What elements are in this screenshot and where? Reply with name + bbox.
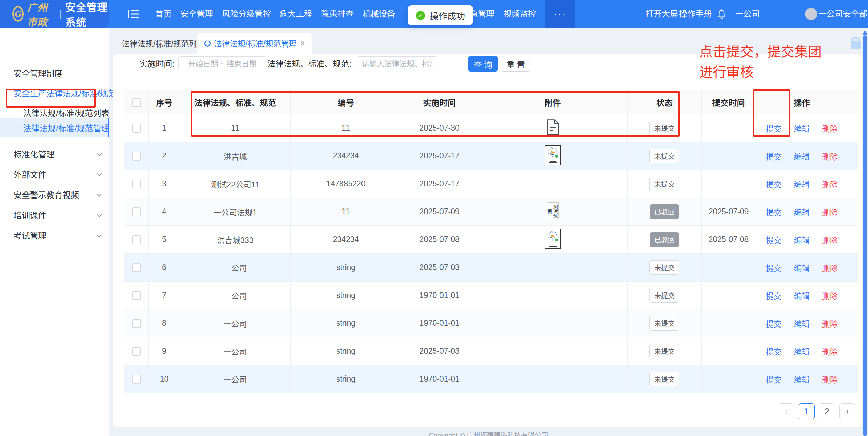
- cell-submit-time: [702, 365, 756, 393]
- pagination-next-button[interactable]: ›: [839, 403, 855, 419]
- edit-link[interactable]: 编辑: [794, 178, 810, 190]
- status-badge: 未提交: [649, 260, 679, 275]
- close-icon[interactable]: ×: [300, 39, 305, 47]
- submit-link[interactable]: 提交: [766, 262, 782, 273]
- delete-link[interactable]: 删除: [822, 346, 838, 357]
- scrollbar-up-arrow[interactable]: [862, 30, 868, 35]
- user-name[interactable]: 一公司安全部: [818, 0, 867, 28]
- logo-block: G 广州市政 | 安全管理系统: [0, 0, 109, 28]
- menu-fold-icon[interactable]: [128, 10, 139, 20]
- nav-more-button[interactable]: ···: [545, 0, 575, 28]
- delete-link[interactable]: 删除: [822, 122, 838, 134]
- table-row: 7 一公司 string 1970-01-01 未提交 提交 编辑 删除: [124, 282, 858, 309]
- submit-link[interactable]: 提交: [766, 178, 782, 190]
- edit-link[interactable]: 编辑: [794, 262, 810, 273]
- vertical-scrollbar[interactable]: [863, 35, 867, 436]
- cell-date: 1970-01-01: [401, 365, 478, 393]
- annotation-box-submit: [753, 89, 790, 137]
- nav-item-home[interactable]: 首页: [155, 0, 172, 28]
- delete-link[interactable]: 删除: [822, 262, 838, 273]
- row-checkbox[interactable]: [132, 207, 141, 216]
- sidebar-item-external-files[interactable]: 外部文件: [14, 168, 46, 180]
- submit-link[interactable]: 提交: [766, 150, 782, 162]
- submit-link[interactable]: 提交: [766, 346, 782, 357]
- edit-link[interactable]: 编辑: [794, 150, 810, 162]
- company-switcher[interactable]: 一公司: [735, 0, 760, 28]
- row-checkbox[interactable]: [132, 235, 141, 244]
- date-range-input[interactable]: [178, 56, 266, 71]
- user-avatar[interactable]: [805, 8, 817, 20]
- toast-message: 操作成功: [430, 9, 465, 22]
- chevron-down-icon: [97, 212, 102, 217]
- edit-link[interactable]: 编辑: [794, 122, 810, 134]
- submit-link[interactable]: 提交: [766, 234, 782, 246]
- nav-item-projects[interactable]: 危大工程: [279, 0, 312, 28]
- pagination-page-2[interactable]: 2: [819, 403, 835, 419]
- delete-link[interactable]: 删除: [822, 206, 838, 218]
- annotation-note-line1: 点击提交，提交集团: [699, 41, 822, 61]
- manual-link[interactable]: 操作手册: [679, 0, 712, 28]
- attachment-image-thumbnail[interactable]: [545, 158, 561, 167]
- submit-link[interactable]: 提交: [766, 290, 782, 301]
- lock-icon[interactable]: [851, 41, 861, 49]
- nav-item-video[interactable]: 视频监控: [503, 0, 536, 28]
- sidebar-item-laws-manage[interactable]: 法律法规/标准/规范管理: [23, 122, 109, 134]
- sidebar-item-exams[interactable]: 考试管理: [14, 229, 46, 241]
- submit-link[interactable]: 提交: [766, 206, 782, 218]
- nav-item-risk[interactable]: 风险分级管控: [222, 0, 271, 28]
- cell-submit-time: [702, 337, 756, 365]
- sidebar-item-warning-videos[interactable]: 安全警示教育视频: [14, 188, 79, 200]
- tab-label: 法律法规/标准/规范列表: [122, 37, 205, 49]
- table-row: 9 一公司 string 2025-07-03 未提交 提交 编辑 删除: [124, 337, 858, 365]
- search-button[interactable]: 查 询: [468, 56, 498, 72]
- col-index: 序号: [149, 90, 180, 114]
- bell-icon[interactable]: [717, 9, 726, 20]
- pagination-page-1[interactable]: 1: [799, 403, 815, 419]
- row-checkbox[interactable]: [132, 263, 141, 272]
- company-logo-icon: G: [12, 6, 24, 22]
- edit-link[interactable]: 编辑: [794, 318, 810, 329]
- edit-link[interactable]: 编辑: [794, 234, 810, 246]
- status-badge: 未提交: [649, 316, 679, 331]
- sidebar-item-laws-list[interactable]: 法律法规/标准/规范列表: [23, 106, 109, 118]
- submit-link[interactable]: 提交: [766, 318, 782, 329]
- nav-item-safety[interactable]: 安全管理: [180, 0, 213, 28]
- status-badge: 未提交: [649, 372, 679, 386]
- row-checkbox[interactable]: [132, 347, 141, 356]
- edit-link[interactable]: 编辑: [794, 346, 810, 357]
- submit-link[interactable]: 提交: [766, 373, 782, 385]
- edit-link[interactable]: 编辑: [794, 206, 810, 218]
- pagination-prev-button[interactable]: ‹: [778, 403, 794, 419]
- cell-date: 2025-07-17: [401, 170, 478, 198]
- cell-code: 234234: [291, 142, 401, 170]
- attachment-image-thumbnail[interactable]: [545, 241, 561, 250]
- delete-link[interactable]: 删除: [822, 373, 838, 385]
- nav-item-machinery[interactable]: 机械设备: [363, 0, 395, 28]
- cell-submit-time: 2025-07-09: [702, 198, 756, 226]
- attachment-text-thumbnail[interactable]: 测试数据: [547, 202, 559, 219]
- sidebar-item-standardization[interactable]: 标准化管理: [14, 148, 54, 160]
- row-checkbox[interactable]: [132, 319, 141, 328]
- delete-link[interactable]: 删除: [822, 234, 838, 246]
- row-checkbox[interactable]: [132, 291, 141, 300]
- row-checkbox[interactable]: [132, 180, 141, 188]
- cell-date: 2025-07-03: [401, 254, 478, 282]
- row-checkbox[interactable]: [132, 375, 141, 384]
- cell-index: 1: [149, 114, 180, 142]
- edit-link[interactable]: 编辑: [794, 373, 810, 385]
- delete-link[interactable]: 删除: [822, 318, 838, 329]
- select-all-checkbox[interactable]: [132, 98, 141, 107]
- edit-link[interactable]: 编辑: [794, 290, 810, 301]
- reset-button[interactable]: 重 置: [501, 56, 530, 72]
- tab-laws-manage[interactable]: 法律法规/标准/规范管理 ×: [197, 33, 312, 54]
- law-search-input[interactable]: [357, 56, 437, 71]
- sidebar-item-training[interactable]: 培训课件: [14, 209, 46, 221]
- sidebar-item-safety-rules[interactable]: 安全管理制度: [14, 67, 63, 79]
- row-checkbox[interactable]: [132, 152, 141, 161]
- nav-item-hazards[interactable]: 隐患排查: [321, 0, 354, 28]
- delete-link[interactable]: 删除: [822, 290, 838, 301]
- delete-link[interactable]: 删除: [822, 150, 838, 162]
- row-checkbox[interactable]: [132, 124, 141, 133]
- open-big-screen-link[interactable]: 打开大屏: [645, 0, 678, 28]
- delete-link[interactable]: 删除: [822, 178, 838, 190]
